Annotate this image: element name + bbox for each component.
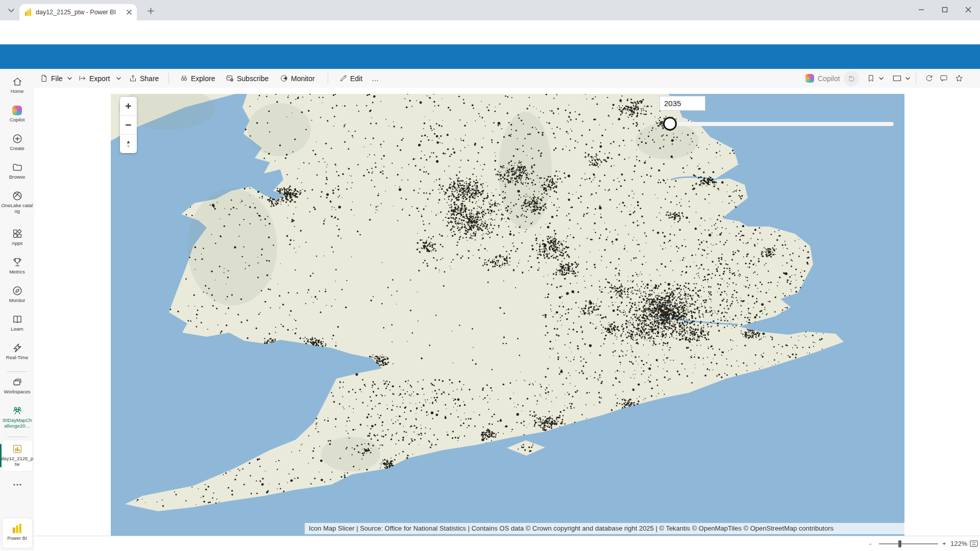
bookmark-icon[interactable] (867, 69, 875, 88)
compass-icon (0, 285, 34, 297)
more-options-icon[interactable]: … (372, 69, 379, 88)
toolbar-divider (168, 73, 169, 84)
chevron-down-icon[interactable] (905, 69, 910, 88)
sidebar-item-copilot[interactable]: Copilot (0, 104, 34, 122)
edit-button[interactable]: Edit (350, 69, 362, 88)
edit-icon (339, 69, 348, 88)
canvas-zoom-slider-handle[interactable] (898, 540, 901, 547)
subscribe-button[interactable]: Subscribe (237, 69, 268, 88)
sidebar-item-workspaces[interactable]: Workspaces (0, 376, 34, 394)
plus-circle-icon (0, 133, 34, 145)
canvas-zoom-out-button[interactable]: - (869, 536, 871, 551)
copilot-button[interactable]: Copilot (818, 69, 840, 88)
toolbar-divider (328, 73, 328, 84)
canvas-zoom-in-button[interactable]: + (942, 536, 946, 551)
year-slider-track[interactable] (670, 122, 894, 126)
map-canvas[interactable] (111, 94, 904, 536)
onelake-icon (0, 190, 34, 202)
book-icon (0, 313, 34, 325)
sidebar-divider (7, 437, 27, 437)
sidebar-item-browse[interactable]: Browse (0, 161, 34, 180)
sidebar-item-30daymapchallenge[interactable]: 30DayMapChallenge20… (0, 405, 34, 429)
sidebar-more-icon[interactable] (0, 479, 34, 491)
share-icon (129, 69, 137, 88)
browser-navbar: app.powerbi.com/groups/8f17e332-dc46-49d… (0, 20, 980, 44)
apps-grid-icon (0, 228, 34, 240)
sidebar-item-home[interactable]: Home (0, 76, 34, 94)
new-tab-button[interactable] (145, 5, 156, 16)
home-icon (0, 76, 34, 88)
file-icon (40, 69, 48, 88)
people-group-icon (0, 405, 34, 417)
share-button[interactable]: Share (140, 69, 159, 88)
workspaces-icon (0, 376, 34, 388)
tab-title: day12_2125_ptw - Power BI (36, 9, 122, 16)
browser-tab[interactable]: day12_2125_ptw - Power BI (19, 4, 137, 20)
sidebar-item-metrics[interactable]: Metrics (0, 256, 34, 274)
sidebar-item-powerbi[interactable]: Power BI (0, 522, 34, 541)
monitor-icon (280, 69, 288, 88)
canvas-zoom-slider-track[interactable] (879, 543, 938, 544)
sidebar-item-apps[interactable]: Apps (0, 228, 34, 246)
report-status-bar (34, 536, 980, 551)
chevron-down-icon[interactable] (879, 69, 884, 88)
explore-icon (180, 69, 188, 88)
folder-icon (0, 161, 34, 173)
view-mode-icon[interactable] (892, 69, 902, 88)
map-zoom-in-button[interactable]: + (120, 97, 137, 115)
sidebar-item-monitor[interactable]: Monitor (0, 285, 34, 303)
powerbi-favicon (24, 9, 32, 16)
window-maximize-button[interactable] (933, 0, 957, 19)
browser-tabstrip: day12_2125_ptw - Power BI (0, 0, 980, 20)
year-slider-handle[interactable] (663, 117, 677, 131)
icon-map-visual: + − ▲ ▼ Icon Map Slicer | Source: Office… (111, 94, 904, 536)
powerbi-logo (0, 522, 34, 535)
export-menu[interactable]: Export (89, 69, 110, 88)
window-close-button[interactable] (957, 0, 980, 19)
bar-chart-icon (0, 443, 34, 455)
sidebar-item-onelake-catalog[interactable]: OneLake catalog (0, 190, 34, 214)
tab-search-button[interactable] (5, 5, 17, 17)
file-menu[interactable]: File (51, 69, 63, 88)
year-slicer-input[interactable] (659, 96, 705, 111)
subscribe-icon (226, 69, 234, 88)
trophy-icon (0, 256, 34, 268)
map-zoom-control: + − ▲ ▼ (120, 97, 137, 153)
sidebar-divider (7, 371, 27, 372)
refresh-icon[interactable] (925, 69, 934, 88)
monitor-button[interactable]: Monitor (291, 69, 315, 88)
pbi-header: Icon Map day12_2125_ptw Data updated 11/… (0, 44, 980, 69)
sidebar-item-create[interactable]: Create (0, 133, 34, 151)
sidebar-item-real-time[interactable]: Real-Time (0, 342, 34, 360)
tab-close-icon[interactable] (127, 10, 132, 15)
reset-filters-icon[interactable] (844, 71, 859, 86)
favorite-star-icon[interactable] (954, 69, 964, 88)
copilot-icon (0, 104, 34, 116)
export-icon (78, 69, 87, 88)
tilt-down-icon[interactable]: ▼ (126, 144, 131, 148)
map-tilt-control[interactable]: ▲ ▼ (120, 135, 137, 153)
sidebar-item-day12-report[interactable]: day12_2125_ptw (0, 443, 34, 467)
comments-icon[interactable] (939, 69, 948, 88)
canvas-zoom-level: 122% (950, 536, 967, 551)
chevron-down-icon[interactable] (116, 69, 121, 88)
copilot-icon (805, 69, 814, 88)
map-attribution: Icon Map Slicer | Source: Office for Nat… (305, 523, 904, 534)
toolbar-divider (916, 73, 916, 84)
fit-to-page-icon[interactable] (970, 536, 978, 551)
window-minimize-button[interactable] (910, 0, 933, 19)
map-zoom-out-button[interactable]: − (120, 116, 137, 134)
sidebar-item-learn[interactable]: Learn (0, 313, 34, 332)
explore-button[interactable]: Explore (191, 69, 215, 88)
chevron-down-icon[interactable] (67, 69, 72, 88)
lightning-icon (0, 342, 34, 354)
